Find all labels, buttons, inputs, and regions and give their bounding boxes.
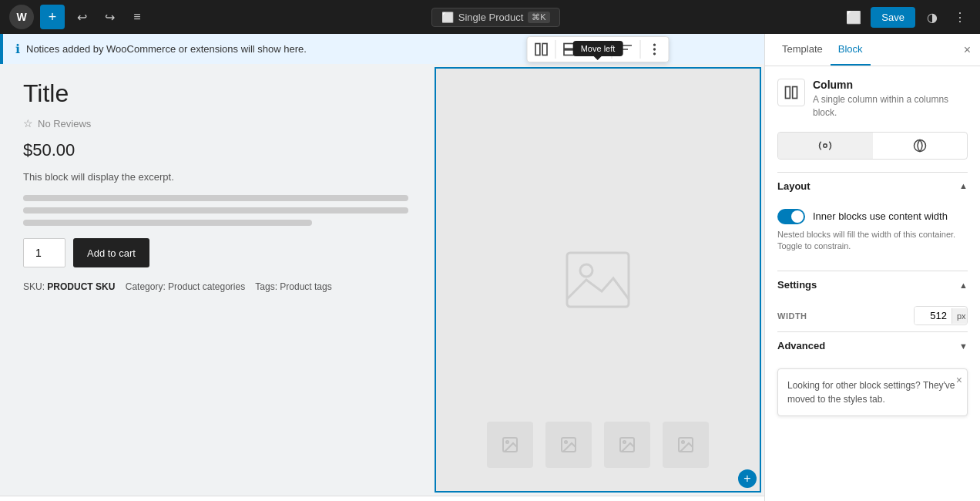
thumbnail-4[interactable] xyxy=(663,422,709,468)
thumbnail-1[interactable] xyxy=(487,422,533,468)
product-title: Title xyxy=(23,79,408,108)
canvas-area: ℹ Notices added by WooCommerce or extens… xyxy=(0,34,764,501)
view-icon: ⬜ xyxy=(846,10,861,25)
width-unit: px xyxy=(951,308,968,324)
svg-point-16 xyxy=(623,441,626,443)
block-desc: A single column within a columns block. xyxy=(813,93,968,119)
tags-value: Product tags xyxy=(280,281,331,292)
redo-button[interactable]: ↪ xyxy=(99,6,120,28)
svg-point-18 xyxy=(682,441,684,443)
skeleton-line-1 xyxy=(23,195,408,201)
sidebar-close-button[interactable]: × xyxy=(964,43,971,57)
svg-rect-0 xyxy=(535,44,540,55)
block-text: Column A single column within a columns … xyxy=(813,79,968,119)
product-excerpt: This block will display the excerpt. xyxy=(23,171,408,183)
add-block-button[interactable]: + xyxy=(40,5,65,29)
sidebar-content: Column A single column within a columns … xyxy=(765,66,980,501)
svg-point-10 xyxy=(580,264,592,277)
options-button[interactable]: ⋮ xyxy=(949,6,971,28)
tags-label: Tags: xyxy=(255,281,277,292)
options-icon: ⋮ xyxy=(954,10,966,25)
notice-text: Notices added by WooCommerce or extensio… xyxy=(26,43,307,55)
svg-rect-9 xyxy=(567,253,629,307)
style-toggle xyxy=(777,132,968,160)
styles-icon: ◑ xyxy=(927,10,938,25)
svg-point-12 xyxy=(506,441,508,443)
save-button[interactable]: Save xyxy=(871,7,915,28)
center-product-badge[interactable]: ⬜ Single Product ⌘K xyxy=(431,8,560,27)
width-label: WIDTH xyxy=(777,311,807,321)
thumbnail-2[interactable] xyxy=(545,422,592,468)
inner-blocks-toggle[interactable] xyxy=(777,209,805,224)
topbar: W + ↩ ↪ ≡ ⬜ Single Product ⌘K ⬜ Save ◑ ⋮ xyxy=(0,0,980,34)
toolbar-columns-button[interactable] xyxy=(528,37,555,62)
layout-label: Layout xyxy=(777,180,811,192)
svg-rect-1 xyxy=(542,44,547,55)
advanced-chevron-icon: ▼ xyxy=(959,341,968,351)
shortcut-label: ⌘K xyxy=(528,12,549,23)
tooltip-popup: Looking for other block settings? They'v… xyxy=(777,368,968,416)
product-layout: Title ☆ No Reviews $50.00 This block wil… xyxy=(0,64,764,496)
thumbnail-3[interactable] xyxy=(604,422,650,468)
svg-point-22 xyxy=(914,140,925,151)
block-name: Column xyxy=(813,79,968,91)
settings-label: Settings xyxy=(777,279,817,291)
toolbar-more-button[interactable] xyxy=(641,37,669,62)
add-block-plus-button[interactable]: + xyxy=(738,469,757,488)
toggle-desc: Nested blocks will fill the width of thi… xyxy=(777,229,968,253)
width-input-wrap: px xyxy=(914,306,968,325)
settings-style-btn[interactable] xyxy=(778,133,873,159)
thumbnail-row xyxy=(436,422,760,468)
topbar-left: W + ↩ ↪ ≡ xyxy=(9,5,148,29)
info-icon: ℹ xyxy=(15,42,20,56)
layout-chevron-icon: ▲ xyxy=(959,181,968,190)
layout-section-header[interactable]: Layout ▲ xyxy=(777,172,968,200)
list-view-button[interactable]: ≡ xyxy=(126,6,148,28)
tab-block[interactable]: Block xyxy=(831,34,871,66)
product-meta: SKU: PRODUCT SKU Category: Product categ… xyxy=(23,281,408,292)
width-row: WIDTH px xyxy=(777,306,968,325)
center-title: Single Product xyxy=(458,12,524,23)
svg-rect-19 xyxy=(786,87,790,99)
svg-point-14 xyxy=(565,441,567,443)
topbar-right: ⬜ Save ◑ ⋮ xyxy=(843,6,971,28)
svg-rect-20 xyxy=(793,87,797,99)
toggle-label: Inner blocks use content width xyxy=(813,210,948,222)
advanced-section-header[interactable]: Advanced ▼ xyxy=(777,331,968,359)
view-button[interactable]: ⬜ xyxy=(843,6,864,28)
product-reviews: ☆ No Reviews xyxy=(23,117,408,129)
sku-value: PRODUCT SKU xyxy=(47,281,115,292)
tooltip-text: Looking for other block settings? They'v… xyxy=(787,380,955,405)
settings-chevron-icon: ▲ xyxy=(959,281,968,290)
svg-point-6 xyxy=(654,44,656,45)
product-tabs: Description Additional Information Revie… xyxy=(0,496,764,501)
quantity-input[interactable] xyxy=(23,238,65,267)
add-to-cart-button[interactable]: Add to cart xyxy=(73,238,149,267)
skeleton-line-2 xyxy=(23,207,408,214)
styles-button[interactable]: ◑ xyxy=(921,6,943,28)
svg-point-7 xyxy=(654,49,656,50)
category-label: Category: xyxy=(126,281,166,292)
block-icon-box xyxy=(777,79,805,106)
topbar-center: ⬜ Single Product ⌘K xyxy=(431,8,560,27)
category-value: Product categories xyxy=(168,281,245,292)
add-to-cart-row: Add to cart xyxy=(23,238,408,267)
visual-style-btn[interactable] xyxy=(873,133,968,159)
svg-point-21 xyxy=(824,143,827,147)
product-right-column[interactable]: Move left xyxy=(435,67,761,493)
wp-logo: W xyxy=(9,5,34,29)
sku-label: SKU: xyxy=(23,281,45,292)
undo-button[interactable]: ↩ xyxy=(71,6,92,28)
product-price: $50.00 xyxy=(23,140,408,160)
svg-point-8 xyxy=(654,53,656,55)
sidebar: Template Block × Column A single column … xyxy=(764,34,980,501)
layout-section: Inner blocks use content width Nested bl… xyxy=(777,200,968,271)
settings-section-header[interactable]: Settings ▲ xyxy=(777,271,968,298)
advanced-label: Advanced xyxy=(777,340,825,351)
skeleton-line-3 xyxy=(23,220,312,226)
move-left-tooltip: Move left xyxy=(573,41,623,56)
width-input[interactable] xyxy=(915,307,951,324)
tab-template[interactable]: Template xyxy=(774,34,831,66)
tooltip-close-button[interactable]: × xyxy=(956,374,962,386)
main-area: ℹ Notices added by WooCommerce or extens… xyxy=(0,34,980,501)
